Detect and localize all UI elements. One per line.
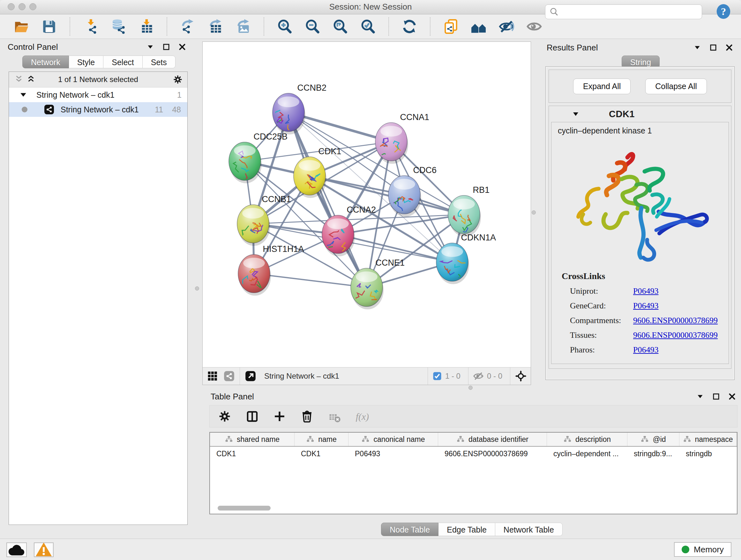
network-node-CCNE1[interactable]: CCNE1 (351, 258, 405, 309)
network-node-HIST1H1A[interactable]: HIST1H1A (238, 244, 304, 296)
table-cell[interactable]: P06493 (348, 449, 438, 458)
network-node-CDC25B[interactable]: CDC25B (229, 132, 287, 186)
network-node-CCNB2[interactable]: CCNB2 (270, 83, 327, 134)
tab-network[interactable]: Network (22, 56, 69, 68)
svg-text:CDK1: CDK1 (319, 146, 341, 156)
crosslink-link[interactable]: 9606.ENSP00000378699 (633, 330, 718, 340)
column-header-description[interactable]: description (547, 433, 627, 446)
collapse-all-button[interactable]: Collapse All (645, 78, 707, 94)
bottom-splitter-handle[interactable] (468, 386, 473, 390)
table-cell[interactable]: stringdb:9... (627, 449, 679, 458)
zoom-fit-icon[interactable] (332, 18, 348, 35)
tab-style[interactable]: Style (69, 56, 104, 68)
open-session-icon[interactable] (13, 18, 29, 35)
import-network-icon[interactable] (83, 18, 98, 35)
string-view-icon[interactable] (223, 370, 235, 382)
network-node-RB1[interactable]: RB1 (448, 185, 489, 237)
network-node-CCNA1[interactable]: CCNA1 (375, 112, 429, 164)
import-database-icon[interactable] (111, 18, 126, 35)
panel-menu-icon[interactable] (146, 43, 154, 51)
tab-edge-table[interactable]: Edge Table (439, 523, 495, 536)
export-network-icon[interactable] (180, 18, 196, 35)
refresh-layout-icon[interactable] (401, 18, 417, 35)
section-collapse-icon[interactable] (572, 110, 580, 118)
export-table-icon[interactable] (207, 18, 223, 35)
export-image-icon[interactable] (235, 18, 251, 35)
column-header-database-identifier[interactable]: database identifier (438, 433, 547, 446)
left-splitter-handle[interactable] (195, 287, 199, 291)
table-settings-icon[interactable] (218, 410, 231, 423)
network-node-CDKN1A[interactable]: CDKN1A (436, 233, 496, 284)
selected-checkbox-icon[interactable] (432, 371, 442, 381)
hidden-eye-icon[interactable] (473, 371, 484, 381)
crosslink-link[interactable]: P06493 (633, 345, 658, 355)
collection-label: String Network – cdk1 (37, 90, 115, 100)
column-header--id[interactable]: @id (627, 433, 679, 446)
delete-column-icon[interactable] (300, 410, 314, 423)
warnings-button[interactable] (34, 543, 54, 557)
tab-sets[interactable]: Sets (143, 56, 176, 68)
table-cell[interactable]: 9606.ENSP00000378699 (438, 449, 547, 458)
tab-select[interactable]: Select (104, 56, 142, 68)
crosslink-link[interactable]: P06493 (633, 301, 658, 311)
panel-menu-icon[interactable] (693, 44, 701, 52)
collection-expand-icon[interactable] (18, 90, 28, 100)
zoom-out-icon[interactable] (305, 18, 320, 35)
svg-text:CDC6: CDC6 (413, 165, 437, 175)
table-cell[interactable]: cyclin–dependent ... (547, 449, 627, 458)
tab-node-table[interactable]: Node Table (381, 523, 439, 536)
panel-close-icon[interactable] (728, 392, 736, 401)
network-node-CDC6[interactable]: CDC6 (388, 165, 436, 217)
table-header-row: shared namenamecanonical namedatabase id… (210, 433, 737, 447)
import-table-icon[interactable] (138, 18, 154, 35)
network-collection-row[interactable]: String Network – cdk1 1 (9, 87, 187, 102)
crosslinks-block: CrossLinks Uniprot:P06493GeneCard:P06493… (562, 271, 724, 355)
network-canvas[interactable]: CCNB2 CCNA1 CDC25B CDK1 CDC6 RB1 CCNB1 (203, 42, 531, 367)
panel-float-icon[interactable] (709, 44, 718, 52)
svg-text:RB1: RB1 (473, 185, 490, 195)
duplicate-network-icon[interactable] (443, 18, 459, 35)
panel-float-icon[interactable] (712, 392, 720, 401)
gene-section: CDK1 cyclin–dependent kinase 1 (549, 106, 731, 369)
network-row[interactable]: String Network – cdk1 11 48 (9, 102, 187, 117)
table-cell[interactable]: CDK1 (294, 449, 348, 458)
panel-close-icon[interactable] (178, 43, 186, 51)
search-box[interactable] (545, 4, 702, 19)
zoom-selected-icon[interactable] (360, 18, 376, 35)
panel-float-icon[interactable] (162, 43, 171, 51)
cloud-icon (7, 540, 26, 559)
open-in-window-icon[interactable] (245, 370, 257, 382)
network-options-gear-icon[interactable] (173, 74, 183, 84)
grid-view-icon[interactable] (206, 370, 219, 382)
memory-button[interactable]: Memory (674, 542, 731, 557)
table-cell[interactable]: CDK1 (210, 449, 294, 458)
network-node-CCNB1[interactable]: CCNB1 (237, 194, 291, 246)
column-header-namespace[interactable]: namespace (679, 433, 737, 446)
cloud-button[interactable] (6, 543, 27, 557)
expand-all-button[interactable]: Expand All (573, 78, 630, 94)
create-column-icon[interactable] (273, 410, 286, 423)
string-query-icon[interactable] (471, 18, 487, 35)
save-session-icon[interactable] (41, 18, 57, 35)
warning-icon (35, 541, 53, 559)
table-horizontal-scrollbar[interactable] (218, 506, 271, 510)
table-row[interactable]: CDK1CDK1P064939606.ENSP00000378699cyclin… (210, 447, 737, 461)
column-header-shared-name[interactable]: shared name (210, 433, 294, 446)
crosslink-link[interactable]: 9606.ENSP00000378699 (633, 316, 718, 325)
panel-menu-icon[interactable] (696, 392, 704, 401)
table-cell[interactable]: stringdb (679, 449, 737, 458)
help-button[interactable]: ? (716, 3, 733, 21)
hide-selected-icon[interactable] (498, 18, 515, 35)
birds-eye-view-icon[interactable] (515, 370, 527, 382)
crosslink-link[interactable]: P06493 (633, 287, 658, 296)
node-table[interactable]: shared namenamecanonical namedatabase id… (209, 432, 738, 514)
search-input[interactable] (562, 7, 698, 17)
column-header-name[interactable]: name (294, 433, 348, 446)
tab-network-table[interactable]: Network Table (495, 523, 562, 536)
zoom-in-icon[interactable] (277, 18, 293, 35)
right-splitter-handle[interactable] (532, 210, 536, 214)
panel-close-icon[interactable] (725, 44, 733, 52)
column-header-canonical-name[interactable]: canonical name (348, 433, 438, 446)
toggle-columns-icon[interactable] (246, 410, 259, 423)
show-all-icon[interactable] (526, 18, 542, 35)
